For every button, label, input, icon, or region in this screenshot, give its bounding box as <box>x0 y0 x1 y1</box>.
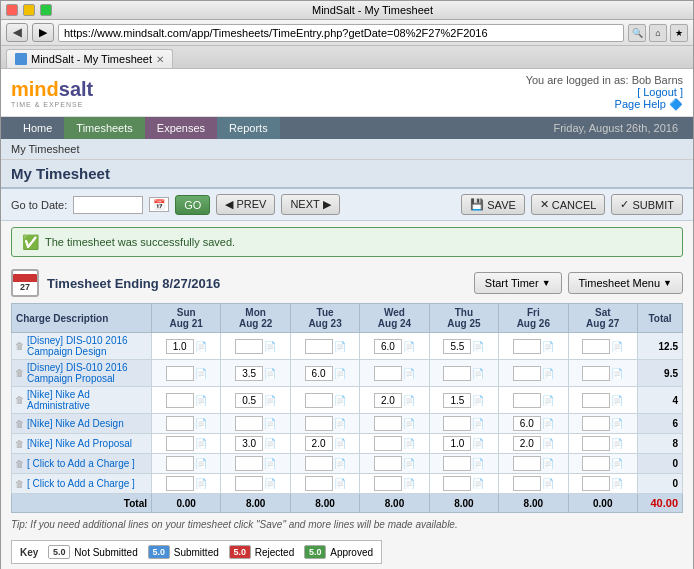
doc-icon[interactable]: 📄 <box>264 438 276 449</box>
time-input-fri[interactable] <box>513 393 541 408</box>
add-charge-link[interactable]: [ Click to Add a Charge ] <box>27 458 135 469</box>
save-button[interactable]: 💾 SAVE <box>461 194 525 215</box>
time-input-sun[interactable] <box>166 456 194 471</box>
doc-icon[interactable]: 📄 <box>264 418 276 429</box>
logout-link[interactable]: [ Logout ] <box>637 86 683 98</box>
time-input-wed[interactable] <box>374 476 402 491</box>
window-minimize-btn[interactable] <box>23 4 35 16</box>
time-input-sat[interactable] <box>582 456 610 471</box>
doc-icon[interactable]: 📄 <box>195 458 207 469</box>
prev-button[interactable]: ◀ PREV <box>216 194 275 215</box>
charge-link[interactable]: [Nike] Nike Ad Design <box>27 418 124 429</box>
time-input-wed[interactable] <box>374 393 402 408</box>
doc-icon[interactable]: 📄 <box>472 438 484 449</box>
doc-icon[interactable]: 📄 <box>264 395 276 406</box>
doc-icon[interactable]: 📄 <box>334 395 346 406</box>
forward-button[interactable]: ▶ <box>32 23 54 42</box>
doc-icon[interactable]: 📄 <box>334 341 346 352</box>
time-input-wed[interactable] <box>374 339 402 354</box>
doc-icon[interactable]: 📄 <box>542 341 554 352</box>
time-input-fri[interactable] <box>513 456 541 471</box>
time-input-sat[interactable] <box>582 366 610 381</box>
time-input-sun[interactable] <box>166 476 194 491</box>
time-input-sat[interactable] <box>582 339 610 354</box>
doc-icon[interactable]: 📄 <box>195 438 207 449</box>
go-button[interactable]: GO <box>175 195 210 215</box>
doc-icon[interactable]: 📄 <box>611 395 623 406</box>
timesheet-menu-button[interactable]: Timesheet Menu ▼ <box>568 272 683 294</box>
page-help-link[interactable]: Page Help 🔷 <box>615 98 683 110</box>
doc-icon[interactable]: 📄 <box>542 478 554 489</box>
date-field[interactable] <box>73 196 143 214</box>
doc-icon[interactable]: 📄 <box>334 368 346 379</box>
calendar-button[interactable]: 📅 <box>149 197 169 212</box>
nav-timesheets[interactable]: Timesheets <box>64 117 144 139</box>
doc-icon[interactable]: 📄 <box>542 418 554 429</box>
next-button[interactable]: NEXT ▶ <box>281 194 339 215</box>
time-input-wed[interactable] <box>374 456 402 471</box>
doc-icon[interactable]: 📄 <box>264 368 276 379</box>
doc-icon[interactable]: 📄 <box>334 458 346 469</box>
time-input-mon[interactable] <box>235 476 263 491</box>
doc-icon[interactable]: 📄 <box>472 478 484 489</box>
doc-icon[interactable]: 📄 <box>334 438 346 449</box>
time-input-thu[interactable] <box>443 436 471 451</box>
time-input-thu[interactable] <box>443 416 471 431</box>
charge-link[interactable]: [Nike] Nike Ad Administrative <box>27 389 148 411</box>
doc-icon[interactable]: 📄 <box>403 341 415 352</box>
doc-icon[interactable]: 📄 <box>542 458 554 469</box>
doc-icon[interactable]: 📄 <box>195 368 207 379</box>
time-input-fri[interactable] <box>513 366 541 381</box>
doc-icon[interactable]: 📄 <box>611 418 623 429</box>
time-input-tue[interactable] <box>305 339 333 354</box>
time-input-fri[interactable] <box>513 339 541 354</box>
doc-icon[interactable]: 📄 <box>472 458 484 469</box>
address-bar[interactable] <box>58 24 624 42</box>
time-input-mon[interactable] <box>235 393 263 408</box>
doc-icon[interactable]: 📄 <box>403 478 415 489</box>
time-input-mon[interactable] <box>235 339 263 354</box>
doc-icon[interactable]: 📄 <box>403 438 415 449</box>
back-button[interactable]: ◀ <box>6 23 28 42</box>
time-input-tue[interactable] <box>305 456 333 471</box>
time-input-wed[interactable] <box>374 366 402 381</box>
charge-link[interactable]: [Nike] Nike Ad Proposal <box>27 438 132 449</box>
search-icon[interactable]: 🔍 <box>628 24 646 42</box>
tab-close-icon[interactable]: ✕ <box>156 54 164 65</box>
doc-icon[interactable]: 📄 <box>264 341 276 352</box>
time-input-mon[interactable] <box>235 436 263 451</box>
doc-icon[interactable]: 📄 <box>542 395 554 406</box>
nav-home[interactable]: Home <box>11 117 64 139</box>
time-input-sat[interactable] <box>582 476 610 491</box>
time-input-tue[interactable] <box>305 476 333 491</box>
doc-icon[interactable]: 📄 <box>403 395 415 406</box>
time-input-thu[interactable] <box>443 339 471 354</box>
submit-button[interactable]: ✓ SUBMIT <box>611 194 683 215</box>
doc-icon[interactable]: 📄 <box>264 478 276 489</box>
doc-icon[interactable]: 📄 <box>403 368 415 379</box>
start-timer-button[interactable]: Start Timer ▼ <box>474 272 562 294</box>
star-icon[interactable]: ★ <box>670 24 688 42</box>
charge-link[interactable]: [Disney] DIS-010 2016 Campaign Design <box>27 335 148 357</box>
time-input-mon[interactable] <box>235 416 263 431</box>
time-input-sun[interactable] <box>166 436 194 451</box>
nav-reports[interactable]: Reports <box>217 117 280 139</box>
doc-icon[interactable]: 📄 <box>611 458 623 469</box>
time-input-mon[interactable] <box>235 456 263 471</box>
time-input-tue[interactable] <box>305 393 333 408</box>
time-input-fri[interactable] <box>513 416 541 431</box>
time-input-thu[interactable] <box>443 366 471 381</box>
doc-icon[interactable]: 📄 <box>195 341 207 352</box>
doc-icon[interactable]: 📄 <box>472 395 484 406</box>
doc-icon[interactable]: 📄 <box>542 368 554 379</box>
doc-icon[interactable]: 📄 <box>611 368 623 379</box>
time-input-thu[interactable] <box>443 393 471 408</box>
time-input-tue[interactable] <box>305 366 333 381</box>
window-maximize-btn[interactable] <box>40 4 52 16</box>
nav-expenses[interactable]: Expenses <box>145 117 217 139</box>
time-input-sat[interactable] <box>582 416 610 431</box>
time-input-mon[interactable] <box>235 366 263 381</box>
home-icon[interactable]: ⌂ <box>649 24 667 42</box>
time-input-sun[interactable] <box>166 393 194 408</box>
window-close-btn[interactable] <box>6 4 18 16</box>
